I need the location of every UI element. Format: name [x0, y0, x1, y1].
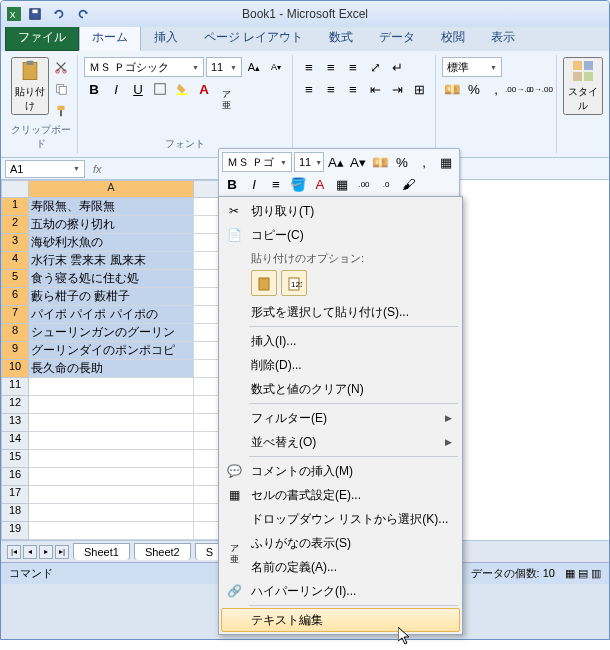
number-format-combo[interactable]: 標準▼	[442, 57, 502, 77]
mini-size-combo[interactable]: 11▼	[294, 152, 324, 172]
font-color-button[interactable]: A	[194, 79, 214, 99]
row-header[interactable]: 6	[1, 288, 29, 306]
underline-button[interactable]: U	[128, 79, 148, 99]
row-header[interactable]: 8	[1, 324, 29, 342]
view-buttons[interactable]: ▦ ▤ ▥	[565, 567, 601, 580]
menu-dropdown-list[interactable]: ドロップダウン リストから選択(K)...	[221, 507, 460, 531]
mini-bold[interactable]: B	[222, 174, 242, 194]
font-size-combo[interactable]: 11▼	[206, 57, 242, 77]
sheet-tab-2[interactable]: Sheet2	[134, 543, 191, 560]
menu-filter[interactable]: フィルター(E)▶	[221, 406, 460, 430]
paste-option-values[interactable]: 123	[281, 270, 307, 296]
row-header[interactable]: 14	[1, 432, 29, 450]
copy-button[interactable]	[51, 79, 71, 99]
align-bottom-button[interactable]: ≡	[343, 57, 363, 77]
orientation-button[interactable]: ⤢	[365, 57, 385, 77]
redo-button[interactable]	[73, 4, 93, 24]
row-header[interactable]: 7	[1, 306, 29, 324]
cell[interactable]: 海砂利水魚の	[29, 234, 194, 252]
tab-insert[interactable]: 挿入	[141, 24, 191, 51]
align-middle-button[interactable]: ≡	[321, 57, 341, 77]
row-header[interactable]: 18	[1, 504, 29, 522]
sheet-nav-prev[interactable]: ◂	[23, 545, 37, 559]
percent-button[interactable]: %	[464, 79, 484, 99]
align-top-button[interactable]: ≡	[299, 57, 319, 77]
comma-button[interactable]: ,	[486, 79, 506, 99]
mini-border[interactable]: ▦	[332, 174, 352, 194]
increase-indent-button[interactable]: ⇥	[387, 79, 407, 99]
menu-insert-comment[interactable]: 💬 コメントの挿入(M)	[221, 459, 460, 483]
row-header[interactable]: 3	[1, 234, 29, 252]
save-button[interactable]	[25, 4, 45, 24]
cell[interactable]: 水行末 雲来末 風来末	[29, 252, 194, 270]
menu-copy[interactable]: 📄 コピー(C)	[221, 223, 460, 247]
cell[interactable]	[29, 378, 194, 396]
decrease-font-button[interactable]: A▾	[266, 57, 286, 77]
row-header[interactable]: 12	[1, 396, 29, 414]
mini-fill[interactable]: 🪣	[288, 174, 308, 194]
menu-paste-special[interactable]: 形式を選択して貼り付け(S)...	[221, 300, 460, 324]
tab-view[interactable]: 表示	[478, 24, 528, 51]
format-painter-button[interactable]	[51, 101, 71, 121]
row-header[interactable]: 2	[1, 216, 29, 234]
row-header[interactable]: 15	[1, 450, 29, 468]
mini-inc-dec[interactable]: .00	[354, 174, 374, 194]
tab-review[interactable]: 校閲	[428, 24, 478, 51]
tab-formulas[interactable]: 数式	[316, 24, 366, 51]
cell[interactable]: 長久命の長助	[29, 360, 194, 378]
select-all-corner[interactable]	[1, 180, 29, 198]
row-header[interactable]: 17	[1, 486, 29, 504]
sheet-nav-first[interactable]: |◂	[7, 545, 21, 559]
tab-home[interactable]: ホーム	[79, 24, 141, 51]
menu-format-cells[interactable]: ▦ セルの書式設定(E)...	[221, 483, 460, 507]
increase-font-button[interactable]: A▴	[244, 57, 264, 77]
sheet-nav-last[interactable]: ▸|	[55, 545, 69, 559]
cell[interactable]: 食う寝る処に住む処	[29, 270, 194, 288]
cut-button[interactable]	[51, 57, 71, 77]
mini-align[interactable]: ≡	[266, 174, 286, 194]
cell[interactable]	[29, 504, 194, 522]
row-header[interactable]: 16	[1, 468, 29, 486]
sheet-tab-1[interactable]: Sheet1	[73, 543, 130, 560]
paste-option-default[interactable]	[251, 270, 277, 296]
cell[interactable]	[29, 486, 194, 504]
cell[interactable]	[29, 414, 194, 432]
mini-italic[interactable]: I	[244, 174, 264, 194]
row-header[interactable]: 1	[1, 198, 29, 216]
menu-sort[interactable]: 並べ替え(O)▶	[221, 430, 460, 454]
cell[interactable]	[29, 450, 194, 468]
cell[interactable]: シューリンガンのグーリン	[29, 324, 194, 342]
row-header[interactable]: 11	[1, 378, 29, 396]
row-header[interactable]: 10	[1, 360, 29, 378]
sheet-nav-next[interactable]: ▸	[39, 545, 53, 559]
name-box[interactable]: A1▼	[5, 160, 85, 178]
menu-delete[interactable]: 削除(D)...	[221, 353, 460, 377]
font-name-combo[interactable]: ＭＳ Ｐゴシック▼	[84, 57, 204, 77]
cell-styles-button[interactable]: スタイル	[563, 57, 603, 115]
row-header[interactable]: 9	[1, 342, 29, 360]
align-left-button[interactable]: ≡	[299, 79, 319, 99]
cell[interactable]: 寿限無、寿限無	[29, 198, 194, 216]
row-header[interactable]: 13	[1, 414, 29, 432]
menu-clear[interactable]: 数式と値のクリア(N)	[221, 377, 460, 401]
tab-data[interactable]: データ	[366, 24, 428, 51]
mini-comma[interactable]: ,	[414, 152, 434, 172]
menu-text-edit[interactable]: テキスト編集	[221, 608, 460, 632]
row-header[interactable]: 4	[1, 252, 29, 270]
align-right-button[interactable]: ≡	[343, 79, 363, 99]
menu-insert[interactable]: 挿入(I)...	[221, 329, 460, 353]
mini-cond-format[interactable]: ▦	[436, 152, 456, 172]
mini-grow-font[interactable]: A▴	[326, 152, 346, 172]
tab-page-layout[interactable]: ページ レイアウト	[191, 24, 316, 51]
border-button[interactable]	[150, 79, 170, 99]
cell[interactable]	[29, 522, 194, 540]
merge-center-button[interactable]: ⊞	[409, 79, 429, 99]
cell[interactable]	[29, 396, 194, 414]
menu-furigana[interactable]: ア亜 ふりがなの表示(S)	[221, 531, 460, 555]
wrap-text-button[interactable]: ↵	[387, 57, 407, 77]
menu-define-name[interactable]: 名前の定義(A)...	[221, 555, 460, 579]
mini-shrink-font[interactable]: A▾	[348, 152, 368, 172]
cell[interactable]	[29, 468, 194, 486]
currency-button[interactable]: 💴	[442, 79, 462, 99]
tab-file[interactable]: ファイル	[5, 24, 79, 51]
